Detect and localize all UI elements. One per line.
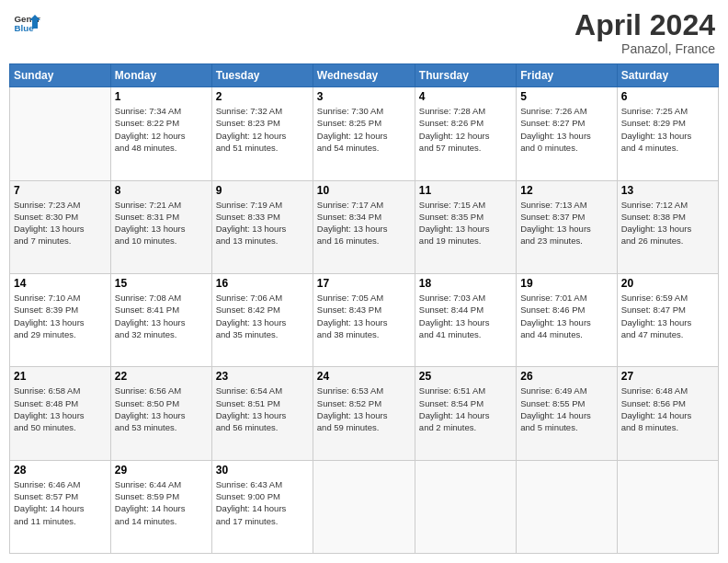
logo: General Blue (13, 9, 40, 37)
day-info: Sunrise: 7:28 AM Sunset: 8:26 PM Dayligh… (419, 105, 512, 154)
calendar-cell: 24Sunrise: 6:53 AM Sunset: 8:52 PM Dayli… (313, 367, 415, 460)
calendar-cell: 14Sunrise: 7:10 AM Sunset: 8:39 PM Dayli… (10, 273, 111, 366)
day-number: 14 (14, 277, 107, 290)
day-number: 26 (520, 370, 612, 383)
calendar-cell: 7Sunrise: 7:23 AM Sunset: 8:30 PM Daylig… (10, 180, 111, 273)
calendar-cell: 5Sunrise: 7:26 AM Sunset: 8:27 PM Daylig… (517, 87, 617, 180)
calendar-cell: 17Sunrise: 7:05 AM Sunset: 8:43 PM Dayli… (313, 273, 415, 366)
calendar-cell: 20Sunrise: 6:59 AM Sunset: 8:47 PM Dayli… (617, 273, 718, 366)
month-title: April 2024 (574, 9, 715, 41)
day-info: Sunrise: 7:17 AM Sunset: 8:34 PM Dayligh… (317, 199, 411, 247)
day-number: 12 (520, 184, 612, 197)
day-number: 9 (216, 184, 309, 197)
calendar-cell: 16Sunrise: 7:06 AM Sunset: 8:42 PM Dayli… (211, 273, 313, 366)
calendar-cell: 27Sunrise: 6:48 AM Sunset: 8:56 PM Dayli… (617, 367, 718, 460)
day-info: Sunrise: 6:59 AM Sunset: 8:47 PM Dayligh… (621, 292, 714, 340)
day-info: Sunrise: 6:53 AM Sunset: 8:52 PM Dayligh… (317, 385, 411, 433)
calendar-cell: 30Sunrise: 6:43 AM Sunset: 9:00 PM Dayli… (211, 460, 313, 553)
calendar-header-row: SundayMondayTuesdayWednesdayThursdayFrid… (10, 64, 719, 87)
day-info: Sunrise: 7:21 AM Sunset: 8:31 PM Dayligh… (115, 199, 208, 247)
day-number: 15 (115, 277, 208, 290)
col-header-saturday: Saturday (617, 64, 718, 87)
calendar-cell: 2Sunrise: 7:32 AM Sunset: 8:23 PM Daylig… (211, 87, 313, 180)
col-header-wednesday: Wednesday (313, 64, 415, 87)
day-info: Sunrise: 7:23 AM Sunset: 8:30 PM Dayligh… (14, 199, 107, 247)
day-info: Sunrise: 6:58 AM Sunset: 8:48 PM Dayligh… (14, 385, 107, 433)
day-info: Sunrise: 6:51 AM Sunset: 8:54 PM Dayligh… (419, 385, 512, 433)
calendar-cell: 9Sunrise: 7:19 AM Sunset: 8:33 PM Daylig… (211, 180, 313, 273)
calendar-cell: 15Sunrise: 7:08 AM Sunset: 8:41 PM Dayli… (110, 273, 211, 366)
day-number: 13 (621, 184, 714, 197)
calendar-table: SundayMondayTuesdayWednesdayThursdayFrid… (9, 63, 719, 554)
day-number: 20 (621, 277, 714, 290)
calendar-cell (10, 87, 111, 180)
location: Panazol, France (574, 41, 715, 56)
day-number: 18 (419, 277, 512, 290)
day-info: Sunrise: 7:03 AM Sunset: 8:44 PM Dayligh… (419, 292, 512, 340)
day-info: Sunrise: 6:43 AM Sunset: 9:00 PM Dayligh… (216, 478, 309, 527)
day-info: Sunrise: 7:08 AM Sunset: 8:41 PM Dayligh… (115, 292, 208, 340)
day-number: 30 (216, 464, 309, 477)
svg-text:Blue: Blue (15, 23, 35, 33)
calendar-cell: 29Sunrise: 6:44 AM Sunset: 8:59 PM Dayli… (110, 460, 211, 553)
col-header-friday: Friday (517, 64, 617, 87)
day-number: 3 (317, 90, 411, 103)
day-number: 24 (317, 370, 411, 383)
calendar-cell: 22Sunrise: 6:56 AM Sunset: 8:50 PM Dayli… (110, 367, 211, 460)
calendar-cell: 12Sunrise: 7:13 AM Sunset: 8:37 PM Dayli… (517, 180, 617, 273)
day-info: Sunrise: 7:01 AM Sunset: 8:46 PM Dayligh… (520, 292, 612, 340)
day-number: 8 (115, 184, 208, 197)
col-header-thursday: Thursday (415, 64, 516, 87)
day-number: 11 (419, 184, 512, 197)
calendar-cell: 28Sunrise: 6:46 AM Sunset: 8:57 PM Dayli… (10, 460, 111, 553)
calendar-cell: 8Sunrise: 7:21 AM Sunset: 8:31 PM Daylig… (110, 180, 211, 273)
day-info: Sunrise: 6:56 AM Sunset: 8:50 PM Dayligh… (115, 385, 208, 433)
header: General Blue April 2024 Panazol, France (9, 9, 719, 56)
day-info: Sunrise: 6:54 AM Sunset: 8:51 PM Dayligh… (216, 385, 309, 433)
day-info: Sunrise: 7:19 AM Sunset: 8:33 PM Dayligh… (216, 199, 309, 247)
day-info: Sunrise: 6:49 AM Sunset: 8:55 PM Dayligh… (520, 385, 612, 433)
day-number: 19 (520, 277, 612, 290)
day-info: Sunrise: 7:30 AM Sunset: 8:25 PM Dayligh… (317, 105, 411, 154)
calendar-cell: 18Sunrise: 7:03 AM Sunset: 8:44 PM Dayli… (415, 273, 516, 366)
day-number: 6 (621, 90, 714, 103)
day-number: 21 (14, 370, 107, 383)
calendar-cell: 1Sunrise: 7:34 AM Sunset: 8:22 PM Daylig… (110, 87, 211, 180)
title-block: April 2024 Panazol, France (574, 9, 715, 56)
day-number: 29 (115, 464, 208, 477)
day-info: Sunrise: 7:13 AM Sunset: 8:37 PM Dayligh… (520, 199, 612, 247)
calendar-cell (517, 460, 617, 553)
day-info: Sunrise: 7:32 AM Sunset: 8:23 PM Dayligh… (216, 105, 309, 154)
day-info: Sunrise: 6:44 AM Sunset: 8:59 PM Dayligh… (115, 478, 208, 527)
day-number: 7 (14, 184, 107, 197)
day-number: 1 (115, 90, 208, 103)
calendar-cell: 19Sunrise: 7:01 AM Sunset: 8:46 PM Dayli… (517, 273, 617, 366)
calendar-cell: 6Sunrise: 7:25 AM Sunset: 8:29 PM Daylig… (617, 87, 718, 180)
day-info: Sunrise: 6:46 AM Sunset: 8:57 PM Dayligh… (14, 478, 107, 527)
day-info: Sunrise: 7:26 AM Sunset: 8:27 PM Dayligh… (520, 105, 612, 154)
day-info: Sunrise: 7:12 AM Sunset: 8:38 PM Dayligh… (621, 199, 714, 247)
day-info: Sunrise: 7:34 AM Sunset: 8:22 PM Dayligh… (115, 105, 208, 154)
calendar-cell: 11Sunrise: 7:15 AM Sunset: 8:35 PM Dayli… (415, 180, 516, 273)
day-info: Sunrise: 7:05 AM Sunset: 8:43 PM Dayligh… (317, 292, 411, 340)
calendar-cell: 25Sunrise: 6:51 AM Sunset: 8:54 PM Dayli… (415, 367, 516, 460)
col-header-monday: Monday (110, 64, 211, 87)
calendar-cell: 13Sunrise: 7:12 AM Sunset: 8:38 PM Dayli… (617, 180, 718, 273)
day-number: 23 (216, 370, 309, 383)
calendar-cell: 23Sunrise: 6:54 AM Sunset: 8:51 PM Dayli… (211, 367, 313, 460)
day-number: 17 (317, 277, 411, 290)
day-info: Sunrise: 7:25 AM Sunset: 8:29 PM Dayligh… (621, 105, 714, 154)
day-number: 4 (419, 90, 512, 103)
day-number: 27 (621, 370, 714, 383)
calendar-cell: 26Sunrise: 6:49 AM Sunset: 8:55 PM Dayli… (517, 367, 617, 460)
day-number: 22 (115, 370, 208, 383)
day-number: 5 (520, 90, 612, 103)
day-number: 2 (216, 90, 309, 103)
logo-icon: General Blue (13, 9, 40, 37)
day-number: 10 (317, 184, 411, 197)
day-info: Sunrise: 7:06 AM Sunset: 8:42 PM Dayligh… (216, 292, 309, 340)
calendar-cell: 3Sunrise: 7:30 AM Sunset: 8:25 PM Daylig… (313, 87, 415, 180)
day-number: 16 (216, 277, 309, 290)
calendar-week-row: 1Sunrise: 7:34 AM Sunset: 8:22 PM Daylig… (10, 87, 719, 180)
calendar-cell (617, 460, 718, 553)
